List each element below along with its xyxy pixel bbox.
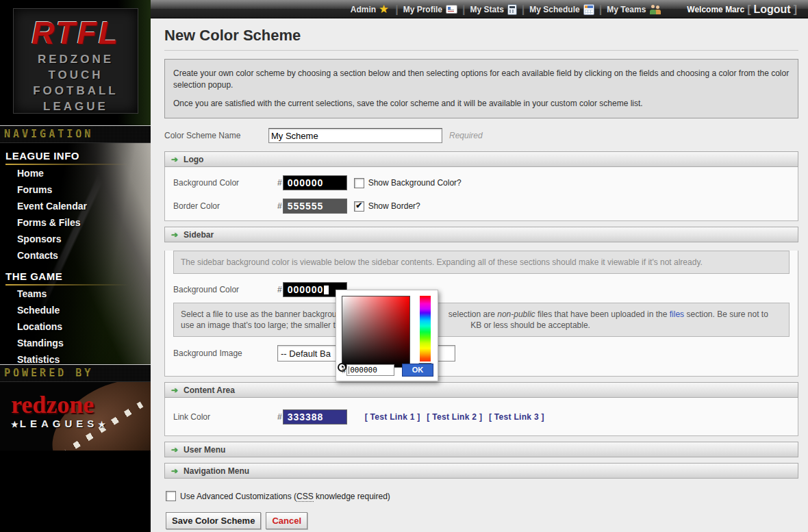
section-header-sidebar[interactable]: ➔ Sidebar <box>164 227 798 242</box>
text-cursor <box>324 286 329 294</box>
files-link[interactable]: files <box>670 309 684 319</box>
bracket: ] <box>794 3 797 16</box>
intro-paragraph-1: Create your own color scheme by choosing… <box>173 68 790 91</box>
sidebar-bg-color-row: Background Color # 000000 <box>165 278 798 301</box>
form-actions: Save Color Scheme Cancel <box>166 512 798 529</box>
saturation-value-area[interactable] <box>342 296 410 368</box>
scheme-name-row: Color Scheme Name Required <box>164 128 798 143</box>
sidebar-item-forms-files[interactable]: Forms & Files <box>0 214 151 231</box>
profile-vcard-icon <box>446 5 457 14</box>
sidebar-item-home[interactable]: Home <box>0 165 151 181</box>
the-game-header: THE GAME <box>0 264 151 286</box>
required-hint: Required <box>449 131 483 140</box>
sidebar-item-event-calendar[interactable]: Event Calendar <box>0 198 151 214</box>
logo-border-color-swatch[interactable]: 555555 <box>283 199 347 214</box>
topbar-my-schedule[interactable]: My Schedule <box>529 4 594 15</box>
show-bg-color-label: Show Background Color? <box>368 178 462 188</box>
logo-rtfl-text: RTFL <box>14 14 138 51</box>
topbar-my-stats[interactable]: My Stats <box>470 4 517 15</box>
powered-by-strip: POWERED BY <box>0 364 151 382</box>
field-label: Background Color <box>173 178 277 188</box>
advanced-customizations-label: Use Advanced Customizations (CSS knowled… <box>180 492 390 501</box>
league-info-header: LEAGUE INFO <box>0 143 151 165</box>
save-color-scheme-button[interactable]: Save Color Scheme <box>166 512 261 529</box>
stats-calculator-icon <box>507 4 517 15</box>
separator: | <box>395 3 398 16</box>
welcome-user-label: Welcome Marc <box>687 5 744 14</box>
test-link-2[interactable]: [ Test Link 2 ] <box>427 412 482 422</box>
intro-paragraph-2: Once you are satisfied with the current … <box>173 98 790 110</box>
logout-link[interactable]: Logout <box>753 3 790 16</box>
separator: | <box>462 3 465 16</box>
gold-rule <box>5 284 151 286</box>
link-color-swatch[interactable]: 333388 <box>283 409 347 425</box>
league-logo: RTFL REDZONE TOUCH FOOTBALL LEAGUE <box>13 8 138 114</box>
field-label: Border Color <box>173 201 277 211</box>
link-color-row: Link Color # 333388 [ Test Link 1 ] [ Te… <box>165 398 798 429</box>
sidebar-item-contacts[interactable]: Contacts <box>0 247 151 264</box>
expand-arrow-icon: ➔ <box>171 445 178 455</box>
hue-slider[interactable] <box>420 296 431 362</box>
logo-line: LEAGUE <box>14 99 138 114</box>
show-bg-color-checkbox[interactable] <box>354 178 364 188</box>
sidebar: RTFL REDZONE TOUCH FOOTBALL LEAGUE NAVIG… <box>0 0 151 532</box>
logo-bg-color-swatch[interactable]: 000000 <box>283 175 347 190</box>
redzone-logo-text: redzone <box>11 393 151 416</box>
sidebar-item-forums[interactable]: Forums <box>0 181 151 198</box>
sidebar-item-standings[interactable]: Standings <box>0 335 151 351</box>
main-content: New Color Scheme Create your own color s… <box>151 18 808 532</box>
expand-arrow-icon: ➔ <box>171 466 178 476</box>
sidebar-filler <box>0 451 151 532</box>
sidebar-nav: LEAGUE INFO Home Forums Event Calendar F… <box>0 143 151 364</box>
show-border-checkbox[interactable]: ✔ <box>354 201 364 212</box>
navigation-strip: NAVIGATION <box>0 125 151 143</box>
admin-star-icon: ★ <box>379 4 390 14</box>
test-link-1[interactable]: [ Test Link 1 ] <box>365 412 420 422</box>
hex-color-input[interactable]: 000000 <box>346 364 394 376</box>
leagues-logo-text: ★LEAGUES★ <box>11 418 151 429</box>
sidebar-item-schedule[interactable]: Schedule <box>0 302 151 318</box>
powered-by-label: POWERED BY <box>0 365 151 379</box>
css-abbr: CSS <box>296 492 314 502</box>
navigation-strip-label: NAVIGATION <box>0 126 151 140</box>
advanced-customizations-checkbox[interactable] <box>166 491 176 501</box>
logo-line: REDZONE <box>14 51 138 67</box>
gold-rule <box>5 164 151 165</box>
logo-border-color-row: Border Color # 555555 ✔ Show Border? <box>165 194 798 218</box>
cancel-button[interactable]: Cancel <box>266 512 307 529</box>
test-link-3[interactable]: [ Test Link 3 ] <box>489 412 544 422</box>
topbar-admin[interactable]: Admin ★ <box>351 4 390 14</box>
scheme-name-input[interactable] <box>268 128 442 143</box>
advanced-customizations-row: Use Advanced Customizations (CSS knowled… <box>166 491 798 501</box>
section-header-content-area[interactable]: ➔ Content Area <box>164 382 798 398</box>
teams-group-icon <box>649 5 661 14</box>
sidebar-item-locations[interactable]: Locations <box>0 318 151 335</box>
topbar-my-profile[interactable]: My Profile <box>403 5 457 14</box>
separator: | <box>522 3 525 16</box>
field-label: Background Color <box>173 285 277 294</box>
separator: | <box>599 3 602 16</box>
section-header-navigation-menu[interactable]: ➔ Navigation Menu <box>164 463 798 479</box>
sidebar-item-teams[interactable]: Teams <box>0 286 151 302</box>
banner-note: Select a file to use as the banner backg… <box>173 303 790 337</box>
section-body-sidebar: The sidebar background color is viewable… <box>164 251 798 377</box>
sidebar-note: The sidebar background color is viewable… <box>173 251 790 274</box>
topbar: Admin ★ | My Profile | My Stats | My Sch… <box>151 0 808 19</box>
expand-arrow-icon: ➔ <box>171 155 178 164</box>
page-title: New Color Scheme <box>164 27 798 51</box>
section-body-logo: Background Color # 000000 Show Backgroun… <box>164 167 798 221</box>
hash-prefix: # <box>277 412 282 422</box>
redzone-leagues-logo: redzone ★LEAGUES★ <box>0 382 151 451</box>
section-header-logo[interactable]: ➔ Logo <box>164 151 798 167</box>
ok-button[interactable]: OK <box>402 364 433 377</box>
section-header-user-menu[interactable]: ➔ User Menu <box>164 442 798 457</box>
hash-prefix: # <box>277 178 282 188</box>
color-picker-popup: # 000000 OK <box>336 290 438 381</box>
topbar-my-teams[interactable]: My Teams <box>607 5 661 14</box>
sidebar-item-sponsors[interactable]: Sponsors <box>0 231 151 247</box>
section-body-content-area: Link Color # 333388 [ Test Link 1 ] [ Te… <box>164 398 798 436</box>
hash-prefix: # <box>277 285 282 294</box>
background-image-row: Background Image -- Default Ba <box>165 341 798 366</box>
expand-arrow-icon: ➔ <box>171 230 178 240</box>
logo-line: FOOTBALL <box>14 83 138 99</box>
